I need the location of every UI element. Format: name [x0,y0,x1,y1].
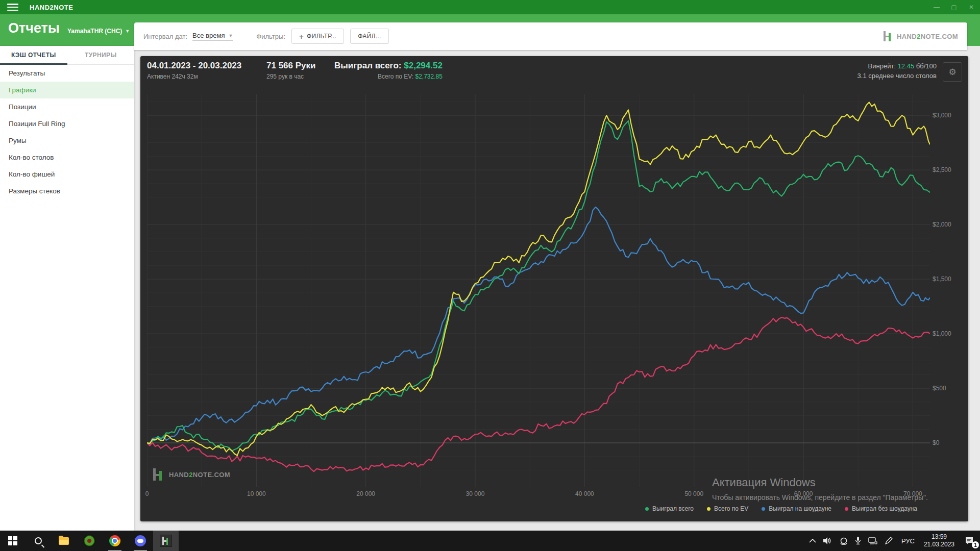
series-2 [147,121,930,451]
date-range: 04.01.2023 - 20.03.2023 [147,61,241,71]
x-tick-label: 20 000 [356,490,375,497]
won-total: Выиграл всего: $2,294.52 [334,61,443,71]
y-tick-label: $3,000 [933,112,968,119]
file-button-label: ФАЙЛ... [358,33,381,40]
hamburger-menu-icon[interactable] [7,4,18,11]
report-chart-card: 04.01.2023 - 20.03.2023 Активен 242ч 32м… [140,56,968,521]
search-button[interactable] [26,531,51,551]
hand2note-logo: HAND2NOTE.COM [883,31,958,41]
recorder-icon[interactable] [836,531,851,551]
legend-dot-icon [845,507,848,511]
sidebar-item-размеры-стеков[interactable]: Размеры стеков [0,183,134,199]
chart-legend: Выиграл всегоВсего по EVВыиграл на шоуда… [645,505,917,512]
close-button[interactable]: ✕ [963,0,980,14]
profile-selector[interactable]: YamahaTHR (CHC) ▼ [67,28,130,35]
microphone-icon[interactable] [851,531,865,551]
x-tick-label: 0 [145,490,149,497]
sidebar-tabs: КЭШ ОТЧЕТЫТУРНИРЫ [0,46,134,65]
stat-hands-block: 71 566 Руки 295 рук в час [266,61,315,80]
clock[interactable]: 13:59 21.03.2023 [920,531,959,551]
date-interval-label: Интервал дат: [143,33,187,40]
chrome-icon [109,535,120,546]
legend-item[interactable]: Выиграл на шоудауне [762,505,831,512]
pen-icon[interactable] [881,531,896,551]
toolbar: Интервал дат: Все время ▼ Фильтры: + ФИЛ… [134,22,967,50]
chart-watermark-logo: HAND2NOTE.COM [152,468,230,481]
stat-date-range-block: 04.01.2023 - 20.03.2023 Активен 242ч 32м [147,61,241,80]
series-3 [147,102,930,455]
x-tick-label: 40 000 [575,490,594,497]
volume-icon[interactable] [820,531,836,551]
ev-total-value: $2,732.85 [415,73,443,80]
winnings-line-chart[interactable] [147,94,930,487]
y-tick-label: $500 [933,385,968,392]
active-time: Активен 242ч 32м [147,73,241,80]
hand2note-logo-text: HAND2NOTE.COM [897,33,958,40]
winrate-line: Винрейт: 12.45 бб/100 [857,61,937,71]
sidebar-item-кол-во-столов[interactable]: Кол-во столов [0,149,134,166]
legend-label: Выиграл на шоудауне [769,505,831,512]
sidebar-item-позиции-full-ring[interactable]: Позиции Full Ring [0,115,134,132]
filters-label: Фильтры: [256,33,285,40]
sidebar-tab-1[interactable]: ТУРНИРЫ [67,46,135,64]
sidebar-item-румы[interactable]: Румы [0,132,134,149]
discord-icon [135,535,146,546]
legend-item[interactable]: Выиграл всего [645,505,694,512]
sidebar-item-кол-во-фишей[interactable]: Кол-во фишей [0,166,134,183]
avg-tables: 3.1 среднее число столов [857,71,937,81]
won-total-label: Выиграл всего: [334,61,402,70]
hand2note-taskbar-button[interactable] [153,531,179,551]
title-bar: HAND2NOTE — ▢ ✕ [0,0,980,14]
file-explorer-button[interactable] [51,531,77,551]
chrome-button[interactable] [102,531,128,551]
winrate-label: Винрейт: [868,62,896,70]
add-filter-button[interactable]: + ФИЛЬТР... [291,29,344,44]
hands-count: 71 566 Руки [266,61,315,71]
search-icon [35,537,42,544]
hand2note-logo-icon [883,31,893,41]
add-filter-label: ФИЛЬТР... [307,33,336,40]
app-title: HAND2NOTE [30,4,73,11]
language-indicator[interactable]: РУС [896,531,920,551]
legend-dot-icon [762,507,765,511]
start-button[interactable] [0,531,26,551]
file-button[interactable]: ФАЙЛ... [350,29,388,44]
winrate-units: бб/100 [916,62,937,70]
window-controls: — ▢ ✕ [928,0,980,14]
maximize-button[interactable]: ▢ [945,0,963,14]
sidebar-item-позиции[interactable]: Позиции [0,98,134,115]
date-interval-value: Все время [192,32,225,39]
taskbar: РУС 13:59 21.03.2023 1 [0,531,980,551]
sidebar-item-графики[interactable]: Графики [0,82,134,98]
chart-settings-button[interactable]: ⚙ [943,62,962,82]
notifications-button[interactable]: 1 [959,531,980,551]
network-icon[interactable] [865,531,881,551]
discord-button[interactable] [128,531,153,551]
hidden-icons-button[interactable] [805,531,820,551]
system-tray: РУС 13:59 21.03.2023 1 [805,531,980,551]
x-tick-label: 70 000 [903,490,922,497]
plus-icon: + [299,32,304,41]
y-tick-label: $2,000 [933,221,968,228]
winrate-value: 12.45 [898,62,915,70]
notification-badge: 1 [972,541,979,548]
sidebar-tab-0[interactable]: КЭШ ОТЧЕТЫ [0,46,67,64]
legend-item[interactable]: Всего по EV [707,505,748,512]
minimize-button[interactable]: — [928,0,945,14]
ev-total: Всего по EV: $2,732.85 [334,73,443,80]
folder-icon [59,537,69,545]
date-interval-select[interactable]: Все время ▼ [192,32,233,41]
chart-watermark-text: HAND2NOTE.COM [169,471,230,479]
poker-app-button[interactable] [77,531,102,551]
legend-label: Выиграл без шоудауна [852,505,917,512]
stat-winnings-block: Выиграл всего: $2,294.52 Всего по EV: $2… [334,61,443,80]
sidebar-item-результаты[interactable]: Результаты [0,65,134,82]
page-title: Отчеты [8,20,60,36]
winrate-block: Винрейт: 12.45 бб/100 3.1 среднее число … [857,61,937,81]
clock-time: 13:59 [924,533,954,541]
hands-per-hour: 295 рук в час [266,73,315,80]
y-tick-label: $1,500 [933,276,968,283]
legend-item[interactable]: Выиграл без шоудауна [845,505,917,512]
chevron-down-icon: ▼ [228,33,233,38]
legend-dot-icon [707,507,710,511]
